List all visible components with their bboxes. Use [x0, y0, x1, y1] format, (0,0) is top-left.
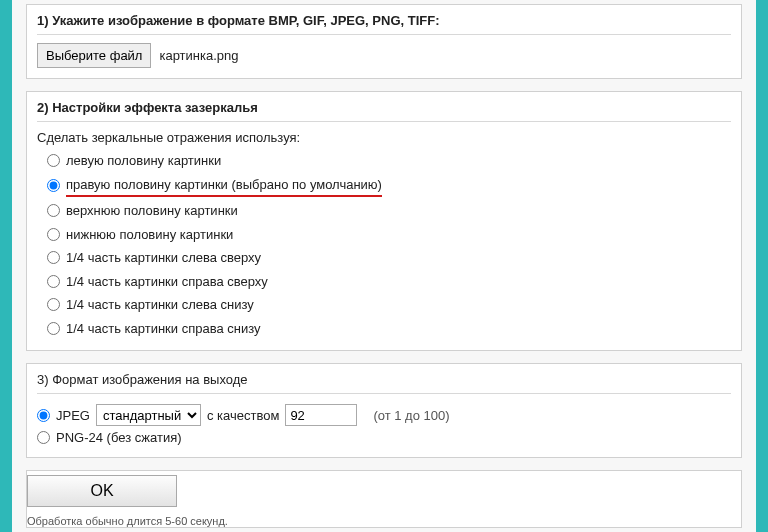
section-mirror-title: 2) Настройки эффекта зазеркалья — [37, 100, 731, 122]
section-submit: OK Обработка обычно длится 5-60 секунд. — [26, 470, 742, 528]
option-top-half-label: верхнюю половину картинки — [66, 201, 238, 221]
radio-quarter-bottom-left[interactable] — [47, 298, 60, 311]
section-upload: 1) Укажите изображение в формате BMP, GI… — [26, 4, 742, 79]
format-png-row: PNG-24 (без сжатия) — [37, 428, 731, 447]
option-quarter-bottom-left-label: 1/4 часть картинки слева снизу — [66, 295, 254, 315]
radio-quarter-top-left[interactable] — [47, 251, 60, 264]
option-top-half[interactable]: верхнюю половину картинки — [47, 199, 731, 223]
option-quarter-top-left[interactable]: 1/4 часть картинки слева сверху — [47, 246, 731, 270]
section-output-title: 3) Формат изображения на выходе — [37, 372, 731, 394]
option-quarter-bottom-right[interactable]: 1/4 часть картинки справа снизу — [47, 317, 731, 341]
format-jpeg-row: JPEG стандартный с качеством (от 1 до 10… — [37, 402, 731, 428]
option-bottom-half[interactable]: нижнюю половину картинки — [47, 223, 731, 247]
radio-quarter-bottom-right[interactable] — [47, 322, 60, 335]
option-bottom-half-label: нижнюю половину картинки — [66, 225, 233, 245]
option-quarter-top-right-label: 1/4 часть картинки справа сверху — [66, 272, 268, 292]
option-quarter-bottom-left[interactable]: 1/4 часть картинки слева снизу — [47, 293, 731, 317]
option-right-half-label: правую половину картинки (выбрано по умо… — [66, 175, 382, 198]
option-quarter-bottom-right-label: 1/4 часть картинки справа снизу — [66, 319, 261, 339]
section-mirror-settings: 2) Настройки эффекта зазеркалья Сделать … — [26, 91, 742, 351]
ok-button[interactable]: OK — [27, 475, 177, 507]
choose-file-button[interactable]: Выберите файл — [37, 43, 151, 68]
selected-filename: картинка.png — [159, 48, 238, 63]
option-left-half[interactable]: левую половину картинки — [47, 149, 731, 173]
option-quarter-top-right[interactable]: 1/4 часть картинки справа сверху — [47, 270, 731, 294]
radio-right-half[interactable] — [47, 179, 60, 192]
form-page: 1) Укажите изображение в формате BMP, GI… — [12, 0, 756, 532]
option-left-half-label: левую половину картинки — [66, 151, 221, 171]
jpeg-quality-select[interactable]: стандартный — [96, 404, 201, 426]
radio-left-half[interactable] — [47, 154, 60, 167]
quality-input[interactable] — [285, 404, 357, 426]
mirror-options-list: левую половину картинки правую половину … — [47, 149, 731, 340]
mirror-instruction: Сделать зеркальные отражения используя: — [37, 130, 731, 145]
quality-label: с качеством — [207, 408, 279, 423]
processing-footnote: Обработка обычно длится 5-60 секунд. — [27, 515, 741, 527]
radio-top-half[interactable] — [47, 204, 60, 217]
section-upload-title: 1) Укажите изображение в формате BMP, GI… — [37, 13, 731, 35]
radio-format-png[interactable] — [37, 431, 50, 444]
quality-hint: (от 1 до 100) — [373, 408, 449, 423]
radio-format-jpeg[interactable] — [37, 409, 50, 422]
option-quarter-top-left-label: 1/4 часть картинки слева сверху — [66, 248, 261, 268]
format-png-label: PNG-24 (без сжатия) — [56, 430, 182, 445]
section-output-format: 3) Формат изображения на выходе JPEG ста… — [26, 363, 742, 458]
radio-bottom-half[interactable] — [47, 228, 60, 241]
radio-quarter-top-right[interactable] — [47, 275, 60, 288]
file-input-row: Выберите файл картинка.png — [37, 43, 731, 68]
option-right-half[interactable]: правую половину картинки (выбрано по умо… — [47, 173, 731, 200]
format-jpeg-label: JPEG — [56, 408, 90, 423]
